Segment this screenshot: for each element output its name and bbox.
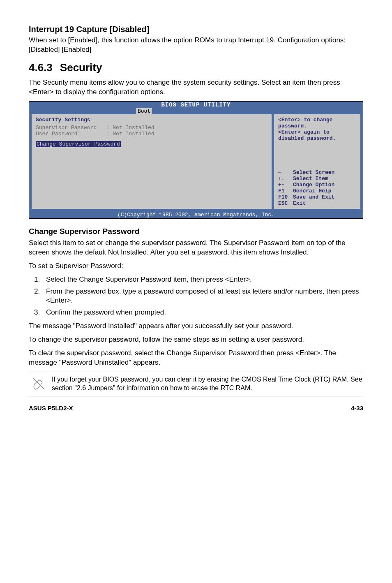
note-text: If you forget your BIOS password, you ca… xyxy=(52,375,363,393)
footer-product: ASUS P5LD2-X xyxy=(29,405,73,412)
bios-key: ↑↓ xyxy=(278,176,293,182)
para-change-same-steps: To change the supervisor password, follo… xyxy=(29,335,363,345)
footer-page-number: 4-33 xyxy=(351,405,363,412)
para-password-installed: The message "Password Installed" appears… xyxy=(29,322,363,331)
bios-copyright: (C)Copyright 1985-2002, American Megatre… xyxy=(29,211,363,218)
section-title: Security xyxy=(60,61,102,74)
supervisor-steps-list: Select the Change Supervisor Password it… xyxy=(42,275,363,318)
note-icon xyxy=(29,375,44,393)
bios-right-panel: <Enter> to change password. <Enter> agai… xyxy=(274,114,360,209)
section-number: 4.6.3 xyxy=(29,61,53,74)
section-body-security: The Security menu items allow you to cha… xyxy=(29,78,363,97)
bios-security-settings-heading: Security Settings xyxy=(36,117,267,123)
page-footer: ASUS P5LD2-X 4-33 xyxy=(29,405,363,412)
section-subtitle-interrupt: Interrupt 19 Capture [Disabled] xyxy=(29,25,363,34)
note-box: If you forget your BIOS password, you ca… xyxy=(29,372,363,396)
bios-change-supervisor-password: Change Supervisor Password xyxy=(36,141,121,147)
para-clear-supervisor: To clear the supervisor password, select… xyxy=(29,349,363,368)
bios-title: BIOS SETUP UTILITY xyxy=(29,102,363,108)
bios-key-legend: ←Select Screen ↑↓Select Item +-Change Op… xyxy=(278,169,356,206)
bios-help-text: <Enter> to change password. <Enter> agai… xyxy=(278,117,356,141)
section-body-interrupt: When set to [Enabled], this function all… xyxy=(29,36,363,55)
bios-key-desc: Exit xyxy=(293,200,306,206)
bios-key-desc: Save and Exit xyxy=(293,194,334,200)
bios-key-desc: Select Item xyxy=(293,176,328,182)
bios-key-desc: General Help xyxy=(293,188,332,194)
bios-key: F1 xyxy=(278,188,293,194)
bios-left-panel: Security Settings Supervisor Password : … xyxy=(32,114,272,209)
bios-key: ESC xyxy=(278,200,293,206)
para-set-supervisor: To set a Supervisor Password: xyxy=(29,261,363,271)
bios-key-desc: Change Option xyxy=(293,182,334,188)
bios-tab-boot: Boot xyxy=(136,108,152,114)
bios-setup-screenshot: BIOS SETUP UTILITY Boot Security Setting… xyxy=(29,101,363,219)
bios-key-desc: Select Screen xyxy=(293,169,334,176)
list-item: Confirm the password when prompted. xyxy=(42,308,363,317)
bios-key: ← xyxy=(278,169,293,176)
bios-key: +- xyxy=(278,182,293,188)
section-heading-security: 4.6.3Security xyxy=(29,61,363,74)
subsection-heading-change-supervisor: Change Supervisor Password xyxy=(29,227,363,236)
list-item: From the password box, type a password c… xyxy=(42,287,363,306)
para-change-supervisor-1: Select this item to set or change the su… xyxy=(29,238,363,257)
bios-user-password-line: User Password : Not Installed xyxy=(36,131,267,137)
bios-key: F10 xyxy=(278,194,293,200)
bios-supervisor-password-line: Supervisor Password : Not Installed xyxy=(36,125,267,131)
list-item: Select the Change Supervisor Password it… xyxy=(42,275,363,285)
